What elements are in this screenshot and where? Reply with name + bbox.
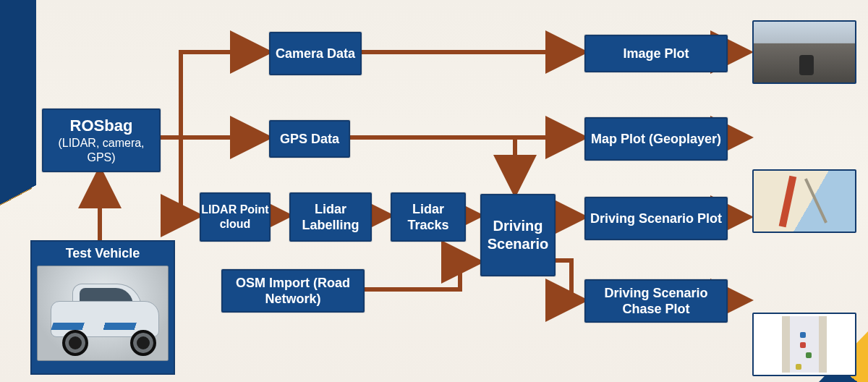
node-lidar-point-cloud: LIDAR Point cloud — [200, 192, 271, 242]
node-image-plot: Image Plot — [584, 35, 728, 72]
node-rosbag: ROSbag (LIDAR, camera, GPS) — [42, 109, 161, 172]
node-osm-import: OSM Import (Road Network) — [221, 269, 365, 313]
node-gps-data: GPS Data — [269, 120, 350, 158]
node-test-vehicle: Test Vehicle — [30, 240, 175, 375]
thumb-image-plot — [752, 20, 856, 84]
node-map-plot: Map Plot (Geoplayer) — [584, 117, 728, 161]
node-driving-scenario: Driving Scenario — [480, 194, 556, 276]
node-driving-scenario-chase-plot: Driving Scenario Chase Plot — [584, 279, 728, 323]
thumb-map-plot — [752, 169, 856, 233]
node-lidar-labelling: Lidar Labelling — [289, 192, 372, 242]
rosbag-title: ROSbag — [70, 116, 133, 136]
node-camera-data: Camera Data — [269, 32, 362, 75]
thumb-scenario-plot — [752, 313, 856, 376]
node-driving-scenario-plot: Driving Scenario Plot — [584, 197, 728, 240]
node-lidar-tracks: Lidar Tracks — [391, 192, 466, 242]
diagram-stage: ROSbag (LIDAR, camera, GPS) Test Vehicle… — [0, 0, 868, 382]
rosbag-subtitle: (LIDAR, camera, GPS) — [43, 136, 159, 165]
test-vehicle-label: Test Vehicle — [32, 246, 174, 261]
test-vehicle-image — [37, 266, 169, 361]
